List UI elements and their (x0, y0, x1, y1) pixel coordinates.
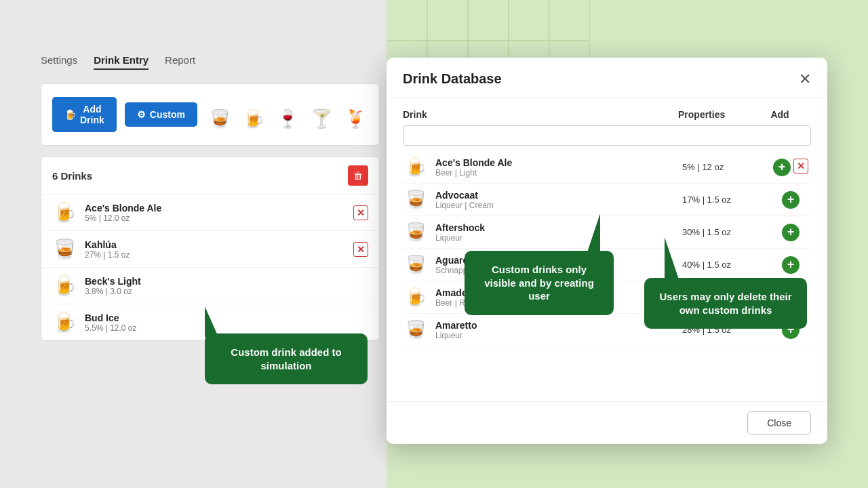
modal-footer: Close (387, 401, 827, 444)
left-panel: Settings Drink Entry Report 🍺 Add Drink … (41, 54, 380, 341)
tab-report[interactable]: Report (165, 54, 195, 70)
drink-icon: 🍺 (52, 201, 77, 224)
drink-icon: 🍺 (403, 157, 429, 178)
db-drink-sub: Liqueur | Cream (435, 201, 675, 210)
drink-icon: 🥃 (403, 254, 429, 275)
db-list-item: 🍺 Ace's Blonde Ale Beer | Light 5% | 12 … (403, 151, 811, 184)
drinks-list-header: 6 Drinks 🗑 (41, 157, 379, 195)
drink-icon: 🥃 (403, 222, 429, 243)
db-list-item: 🥃 Aftershock Liqueur 30% | 1.5 oz + (403, 216, 811, 249)
tab-bar: Settings Drink Entry Report (41, 54, 380, 70)
db-drink-name: Ace's Blonde Ale (435, 157, 675, 168)
db-drink-name: Amaretto (435, 320, 675, 331)
glass-icon: 🍺 (64, 109, 76, 120)
db-drink-props: 30% | 1.5 oz (682, 227, 764, 237)
drink-icon-tropical[interactable]: 🍹 (341, 104, 370, 133)
tab-settings[interactable]: Settings (41, 54, 77, 70)
clear-all-button[interactable]: 🗑 (348, 165, 368, 186)
modal-close-button[interactable]: ✕ (799, 72, 811, 87)
drinks-count: 6 Drinks (52, 170, 92, 182)
db-drink-name: Advocaat (435, 190, 675, 201)
db-add-button[interactable]: + (782, 224, 800, 241)
custom-button[interactable]: ⚙ Custom (125, 102, 197, 127)
drink-detail: 5% | 12.0 oz (85, 214, 345, 223)
db-drink-add: + (770, 191, 811, 209)
drink-icon: 🍺 (52, 274, 77, 297)
drink-icon: 🥃 (52, 238, 77, 260)
custom-label: Custom (150, 109, 185, 120)
drink-name: Kahlúa (85, 239, 345, 250)
list-item: 🍺 Beck's Light 3.8% | 3.0 oz (41, 268, 379, 304)
tab-drink-entry[interactable]: Drink Entry (94, 54, 149, 70)
db-add-button[interactable]: + (773, 159, 791, 176)
col-header-properties: Properties (678, 109, 760, 120)
drink-icon-cocktail[interactable]: 🍸 (307, 104, 336, 133)
drink-detail: 3.8% | 3.0 oz (85, 287, 368, 296)
db-add-button[interactable]: + (782, 256, 800, 274)
tooltip-custom-drink: Custom drink added to simulation (205, 333, 368, 384)
drink-delete-button[interactable]: ✕ (353, 205, 368, 220)
drink-type-icons: 🥃 🍺 🍷 🍸 🍹 (205, 104, 370, 133)
modal-column-headers: Drink Properties Add (403, 106, 811, 125)
db-add-button[interactable]: + (782, 191, 800, 209)
drink-detail: 5.5% | 12.0 oz (85, 323, 368, 333)
db-drink-props: 5% | 12 oz (682, 162, 764, 172)
drink-icon-beer[interactable]: 🍺 (239, 104, 268, 133)
drink-detail: 27% | 1.5 oz (85, 250, 345, 260)
db-delete-button[interactable]: ✕ (793, 159, 808, 174)
db-drink-add: + ✕ (770, 159, 811, 176)
filter-icon: ⚙ (137, 109, 146, 120)
drink-icon: 🍺 (52, 311, 77, 333)
tooltip-custom-visible: Custom drinks only visible and by creati… (465, 251, 614, 315)
drink-icon: 🥃 (403, 189, 429, 210)
tooltip-delete-own: Users may only delete their own custom d… (644, 278, 807, 329)
db-drink-sub: Liqueur (435, 233, 675, 243)
modal-body: Drink Properties Add 🍺 Ace's Blonde Ale … (387, 98, 827, 401)
action-bar: 🍺 Add Drink ⚙ Custom 🥃 🍺 🍷 🍸 🍹 (41, 83, 380, 146)
db-drink-name: Aftershock (435, 222, 675, 233)
drink-name: Ace's Blonde Ale (85, 203, 345, 214)
list-item: 🥃 Kahlúa 27% | 1.5 oz ✕ (41, 231, 379, 268)
drink-icon-whiskey[interactable]: 🥃 (205, 104, 234, 133)
db-list-item: 🥃 Advocaat Liqueur | Cream 17% | 1.5 oz … (403, 184, 811, 216)
modal-title: Drink Database (403, 71, 502, 87)
db-drink-add: + (770, 224, 811, 241)
col-header-drink: Drink (403, 109, 678, 120)
drink-icon-wine[interactable]: 🍷 (273, 104, 302, 133)
db-drink-props: 17% | 1.5 oz (682, 195, 764, 205)
search-input[interactable] (403, 125, 811, 146)
drink-icon: 🍺 (403, 287, 429, 308)
db-drink-sub: Liqueur (435, 331, 675, 340)
drink-name: Beck's Light (85, 276, 368, 287)
drink-name: Bud Ice (85, 312, 368, 323)
list-item: 🍺 Ace's Blonde Ale 5% | 12.0 oz ✕ (41, 195, 379, 231)
db-drink-add: + (770, 256, 811, 274)
add-drink-label: Add Drink (80, 104, 104, 125)
modal-close-footer-button[interactable]: Close (747, 411, 811, 434)
db-drink-sub: Beer | Light (435, 168, 675, 178)
db-drink-props: 40% | 1.5 oz (682, 260, 764, 270)
drink-delete-button[interactable]: ✕ (353, 242, 368, 257)
add-drink-button[interactable]: 🍺 Add Drink (52, 97, 117, 132)
col-header-add: Add (760, 109, 800, 120)
modal-header: Drink Database ✕ (387, 58, 827, 98)
drink-icon: 🥃 (403, 319, 429, 340)
